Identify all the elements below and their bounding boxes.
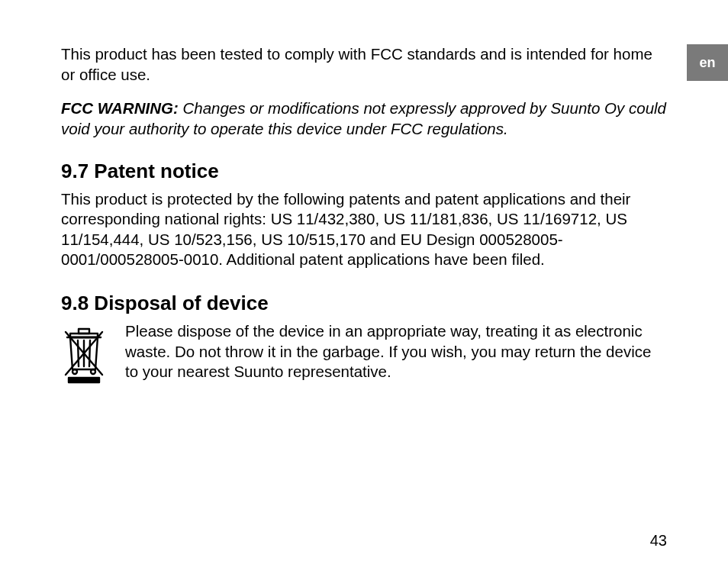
fcc-warning-paragraph: FCC WARNING: Changes or modifications no…: [61, 98, 667, 139]
page-number: 43: [650, 532, 667, 550]
page-content: This product has been tested to comply w…: [0, 0, 728, 387]
svg-rect-1: [79, 329, 89, 334]
disposal-row: Please dispose of the device in an appro…: [61, 321, 667, 387]
weee-crossed-bin-icon: [61, 327, 111, 387]
patent-notice-body: This product is protected by the followi…: [61, 189, 667, 271]
section-heading-disposal: 9.8 Disposal of device: [61, 292, 667, 315]
svg-point-6: [72, 369, 77, 374]
disposal-body: Please dispose of the device in an appro…: [125, 321, 667, 382]
svg-rect-10: [69, 378, 99, 382]
section-heading-patent-notice: 9.7 Patent notice: [61, 160, 667, 183]
fcc-compliance-paragraph: This product has been tested to comply w…: [61, 44, 667, 85]
svg-line-5: [89, 340, 90, 366]
fcc-warning-label: FCC WARNING:: [61, 99, 179, 117]
svg-line-3: [78, 340, 79, 366]
language-tab: en: [687, 44, 728, 81]
svg-point-7: [91, 369, 95, 374]
